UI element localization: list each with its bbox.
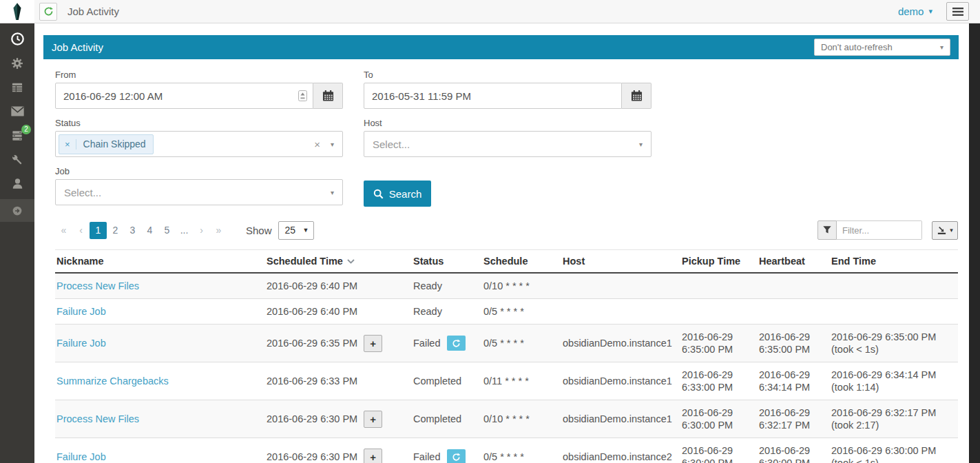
expand-button[interactable]: + [364, 411, 382, 428]
job-link[interactable]: Summarize Chargebacks [56, 375, 169, 387]
status-label: Status [55, 118, 343, 128]
cell-heartbeat [758, 299, 830, 325]
page-link[interactable]: 5 [158, 222, 176, 239]
job-link[interactable]: Process New Files [56, 280, 139, 291]
status-multiselect[interactable]: × Chain Skipped × ▾ [55, 131, 343, 157]
filter-input[interactable] [837, 220, 922, 240]
cell-host: obsidianDemo.instance1 [561, 362, 680, 400]
header-schedule[interactable]: Schedule [482, 250, 561, 274]
funnel-icon [822, 225, 832, 235]
cell-scheduled-time: 2016-06-29 6:40 PM [265, 273, 412, 299]
page-link[interactable]: 2 [107, 222, 124, 239]
chevron-down-icon: ▾ [331, 189, 334, 196]
sidebar-item-servers[interactable]: 2 [0, 123, 34, 147]
sidebar-item-settings[interactable] [0, 51, 34, 75]
to-calendar-button[interactable] [622, 83, 651, 109]
search-button[interactable]: Search [364, 181, 431, 207]
cell-schedule: 0/5 * * * * [482, 299, 561, 325]
expand-button[interactable]: + [364, 335, 382, 352]
job-link[interactable]: Process New Files [56, 413, 139, 424]
from-input[interactable] [55, 83, 313, 109]
header-end-time[interactable]: End Time [830, 250, 958, 274]
header-scheduled-time[interactable]: Scheduled Time [265, 250, 412, 274]
header-pickup-time[interactable]: Pickup Time [680, 250, 758, 274]
sidebar-item-job-activity[interactable] [0, 27, 34, 51]
auto-refresh-select[interactable]: Don't auto-refresh ▾ [814, 39, 950, 56]
page-link[interactable]: ‹ [72, 222, 90, 239]
from-calendar-button[interactable] [313, 83, 343, 109]
page-link[interactable]: 3 [124, 222, 141, 239]
hamburger-icon [952, 8, 963, 16]
page-link[interactable]: « [55, 222, 72, 239]
chevron-down-icon: ▾ [639, 141, 643, 148]
gear-icon [10, 56, 24, 70]
page-link[interactable]: › [193, 222, 210, 239]
input-stepper-icon[interactable] [298, 90, 307, 101]
page-current[interactable]: 1 [90, 222, 107, 239]
cell-end-time: 2016-06-29 6:32:17 PM (took 2:17) [830, 400, 958, 438]
page-ellipsis: ... [176, 222, 193, 239]
page-link[interactable]: 4 [141, 222, 158, 239]
sidebar-item-users[interactable] [0, 172, 34, 196]
job-select[interactable]: Select... ▾ [55, 179, 343, 205]
job-link[interactable]: Failure Job [56, 451, 106, 462]
wrench-icon [10, 153, 24, 167]
page-title: Job Activity [67, 6, 119, 17]
cell-pickup-time: 2016-06-29 6:35:00 PM [680, 325, 758, 362]
sidebar: 2 [0, 23, 34, 463]
from-field-group: From [55, 70, 343, 109]
status-value: Failed [413, 451, 441, 463]
page-link[interactable]: » [210, 222, 227, 239]
cell-host [561, 299, 680, 325]
cell-scheduled-time: 2016-06-29 6:30 PM+ [265, 400, 412, 438]
table-row: Failure Job2016-06-29 6:35 PM+Failed0/5 … [55, 325, 958, 362]
cell-schedule: 0/10 * * * * [482, 273, 561, 299]
auto-refresh-value: Don't auto-refresh [821, 42, 893, 52]
sidebar-item-tools[interactable] [0, 147, 34, 172]
cell-schedule: 0/10 * * * * [482, 400, 561, 438]
filter-addon [817, 220, 837, 240]
table-row: Failure Job2016-06-29 6:40 PMReady0/5 * … [55, 299, 958, 325]
calendar-icon [322, 90, 334, 101]
job-activity-table: Nickname Scheduled Time Status Schedule [55, 249, 958, 463]
chevron-down-icon: ▾ [940, 43, 943, 51]
sidebar-collapse-toggle[interactable] [0, 199, 34, 222]
export-button[interactable]: ▾ [932, 221, 958, 240]
job-link[interactable]: Failure Job [56, 306, 106, 317]
header-heartbeat[interactable]: Heartbeat [758, 250, 830, 274]
cell-nickname: Failure Job [55, 299, 265, 325]
scheduled-time-value: 2016-06-29 6:35 PM [267, 337, 357, 349]
expand-button[interactable]: + [364, 449, 382, 463]
tag-remove-button[interactable]: × [59, 139, 76, 150]
cell-schedule: 0/5 * * * * [482, 438, 561, 463]
select-caret-icon: ▼ [303, 227, 309, 234]
header-host[interactable]: Host [561, 250, 680, 274]
page-size-select[interactable]: 25 ▼ [278, 221, 314, 240]
scheduled-time-value: 2016-06-29 6:40 PM [267, 280, 357, 292]
cell-host: obsidianDemo.instance1 [561, 400, 680, 438]
cell-schedule: 0/11 * * * * [482, 362, 561, 400]
cell-status: Failed [412, 325, 482, 362]
refresh-button[interactable] [39, 3, 57, 21]
to-input[interactable] [364, 83, 622, 109]
cell-nickname: Failure Job [55, 325, 265, 362]
cell-end-time [830, 273, 958, 299]
resubmit-button[interactable] [447, 449, 466, 463]
job-link[interactable]: Failure Job [56, 338, 106, 349]
host-select[interactable]: Select... ▾ [364, 131, 651, 157]
refresh-icon [43, 6, 54, 17]
status-value: Completed [413, 413, 461, 425]
user-menu[interactable]: demo ▾ [898, 6, 932, 17]
clear-icon[interactable]: × [314, 138, 320, 150]
sidebar-item-messages[interactable] [0, 99, 34, 123]
scheduled-time-value: 2016-06-29 6:30 PM [267, 451, 357, 463]
menu-button[interactable] [946, 2, 969, 21]
resubmit-button[interactable] [447, 336, 466, 351]
cell-status: Failed [412, 438, 482, 463]
calendar-icon [631, 90, 643, 101]
cell-nickname: Summarize Chargebacks [55, 362, 265, 400]
sidebar-item-log[interactable] [0, 75, 34, 99]
header-status[interactable]: Status [412, 250, 482, 274]
header-nickname[interactable]: Nickname [55, 250, 265, 274]
host-label: Host [364, 118, 651, 128]
